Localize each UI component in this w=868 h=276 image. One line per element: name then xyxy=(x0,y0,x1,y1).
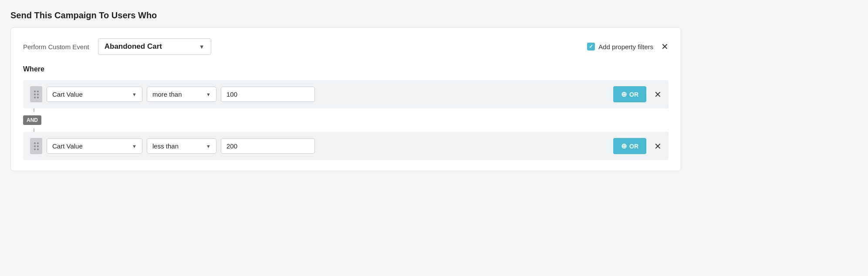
condition-dropdown-2[interactable]: less than ▼ xyxy=(147,138,216,154)
filter-row-2-wrapper: Cart Value ▼ less than ▼ ⊕ OR ✕ xyxy=(23,132,669,160)
page-title: Send This Campaign To Users Who xyxy=(10,10,858,20)
or-button-1[interactable]: ⊕ OR xyxy=(613,86,646,102)
property-dropdown-2-value: Cart Value xyxy=(52,142,83,150)
condition-dropdown-2-arrow-icon: ▼ xyxy=(206,144,211,149)
or-button-2-plus-icon: ⊕ xyxy=(621,142,627,150)
property-dropdown-1-arrow-icon: ▼ xyxy=(132,92,137,97)
property-dropdown-1[interactable]: Cart Value ▼ xyxy=(47,87,142,102)
or-button-1-label: OR xyxy=(629,91,638,98)
top-row-left: Perform Custom Event Abandoned Cart ▼ xyxy=(23,38,211,55)
filter-row-2: Cart Value ▼ less than ▼ ⊕ OR ✕ xyxy=(23,132,669,160)
top-row-right: Add property filters ✕ xyxy=(587,41,669,52)
filter-row-1: Cart Value ▼ more than ▼ ⊕ OR ✕ xyxy=(23,80,669,108)
event-dropdown-arrow-icon: ▼ xyxy=(199,44,205,50)
where-label: Where xyxy=(23,65,669,73)
campaign-card: Perform Custom Event Abandoned Cart ▼ Ad… xyxy=(10,27,681,171)
property-dropdown-2[interactable]: Cart Value ▼ xyxy=(47,138,142,154)
or-button-2[interactable]: ⊕ OR xyxy=(613,138,646,154)
event-dropdown[interactable]: Abandoned Cart ▼ xyxy=(98,38,211,55)
condition-dropdown-1-value: more than xyxy=(152,91,182,98)
drag-handle-2[interactable] xyxy=(30,138,42,154)
connector-line-bottom xyxy=(34,128,34,132)
add-property-filters-checkbox[interactable] xyxy=(587,43,595,50)
drag-dots-2 xyxy=(34,142,39,150)
filter-row-1-wrapper: Cart Value ▼ more than ▼ ⊕ OR ✕ xyxy=(23,80,669,108)
filter-section: Where Cart Value ▼ more than ▼ xyxy=(23,65,669,160)
or-button-1-plus-icon: ⊕ xyxy=(621,90,627,98)
and-badge: AND xyxy=(23,115,41,125)
condition-dropdown-1-arrow-icon: ▼ xyxy=(206,92,211,97)
property-dropdown-1-value: Cart Value xyxy=(52,91,83,98)
add-property-filter-checkbox-wrapper: Add property filters xyxy=(587,43,653,50)
drag-handle-1[interactable] xyxy=(30,86,42,102)
connector-line-top xyxy=(34,108,34,112)
condition-dropdown-1[interactable]: more than ▼ xyxy=(147,87,216,102)
value-input-2[interactable] xyxy=(221,138,315,154)
property-dropdown-2-arrow-icon: ▼ xyxy=(132,144,137,149)
condition-dropdown-2-value: less than xyxy=(152,142,179,150)
and-connector: AND xyxy=(23,108,669,132)
and-line-container: AND xyxy=(23,108,46,132)
perform-custom-event-label: Perform Custom Event xyxy=(23,43,89,50)
drag-dots-1 xyxy=(34,91,39,98)
close-top-icon[interactable]: ✕ xyxy=(661,41,669,52)
event-dropdown-value: Abandoned Cart xyxy=(105,42,162,51)
value-input-1[interactable] xyxy=(221,87,315,102)
or-button-2-label: OR xyxy=(629,143,638,150)
close-row-2-icon[interactable]: ✕ xyxy=(654,141,662,151)
close-row-1-icon[interactable]: ✕ xyxy=(654,89,662,100)
top-row: Perform Custom Event Abandoned Cart ▼ Ad… xyxy=(23,38,669,55)
add-property-filters-label: Add property filters xyxy=(598,43,653,50)
